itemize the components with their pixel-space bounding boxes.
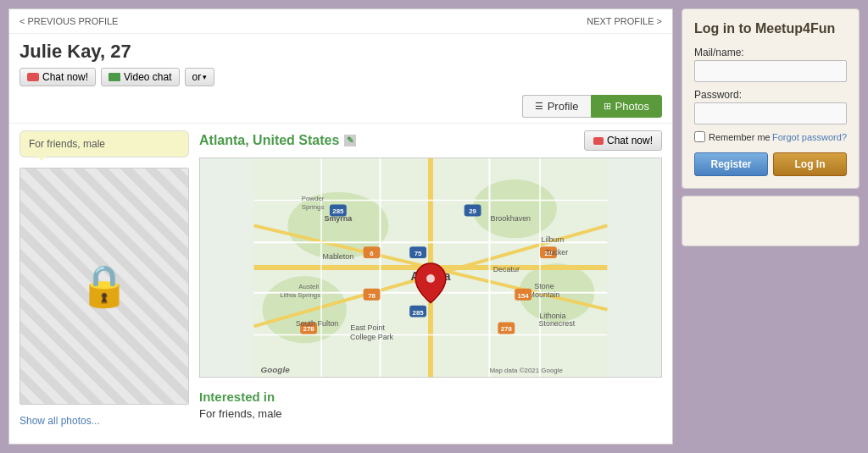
for-friends-text: For friends, male	[29, 138, 105, 150]
video-icon	[108, 73, 120, 81]
location-label: Atlanta, United States	[199, 133, 339, 148]
svg-text:29: 29	[469, 207, 476, 215]
svg-point-2	[473, 180, 557, 238]
password-label: Password:	[694, 89, 847, 101]
svg-text:Mountain: Mountain	[529, 290, 560, 299]
tabs-row: ☰ Profile ⊞ Photos	[9, 90, 672, 124]
next-profile-link[interactable]: NEXT PROFILE >	[587, 16, 662, 26]
or-label: or	[192, 71, 202, 83]
prev-profile-link[interactable]: < PREVIOUS PROFILE	[19, 16, 118, 26]
chat-now-label: Chat now!	[42, 71, 88, 83]
svg-point-56	[426, 274, 435, 283]
svg-text:285: 285	[413, 309, 425, 317]
svg-text:Mableton: Mableton	[322, 252, 353, 261]
location-text: Atlanta, United States ✎	[199, 133, 356, 148]
tab-photos[interactable]: ⊞ Photos	[591, 95, 662, 118]
svg-text:Lithonia: Lithonia	[539, 312, 565, 320]
svg-text:154: 154	[518, 292, 530, 300]
svg-text:South Fulton: South Fulton	[296, 319, 339, 328]
mail-label: Mail/name:	[694, 47, 847, 58]
svg-text:Powder: Powder	[302, 195, 325, 202]
profile-name: Julie Kay, 27	[19, 41, 662, 63]
remember-me-label: Remember me	[694, 131, 771, 142]
or-dropdown-button[interactable]: or ▾	[185, 68, 215, 86]
sidebar-spacer	[682, 196, 860, 246]
right-column: Atlanta, United States ✎ Chat now!	[199, 130, 662, 437]
content-row: For friends, male 🔒 Show all photos... A…	[9, 124, 672, 444]
chat-now-button[interactable]: Chat now!	[19, 68, 96, 86]
svg-text:East Point: East Point	[350, 323, 385, 332]
profile-header: Julie Kay, 27 Chat now! Video chat or ▾	[9, 34, 672, 90]
svg-text:Lilburn: Lilburn	[541, 235, 564, 244]
svg-text:Smyrna: Smyrna	[324, 214, 353, 223]
interested-title: Interested in	[199, 389, 662, 404]
svg-text:Springs: Springs	[302, 203, 325, 211]
remember-row: Remember me Forgot password?	[694, 131, 847, 142]
password-input[interactable]	[694, 102, 847, 124]
svg-text:75: 75	[415, 250, 422, 257]
login-button[interactable]: Log In	[773, 152, 847, 176]
svg-text:Tucker: Tucker	[545, 248, 568, 257]
svg-text:Stonecrest: Stonecrest	[539, 319, 576, 328]
login-box: Log in to Meetup4Fun Mail/name: Password…	[682, 8, 860, 189]
svg-text:78: 78	[368, 292, 376, 300]
tab-profile[interactable]: ☰ Profile	[522, 95, 591, 118]
remember-me-checkbox[interactable]	[694, 131, 705, 142]
sidebar: Log in to Meetup4Fun Mail/name: Password…	[682, 8, 860, 445]
for-friends-bubble: For friends, male	[19, 130, 189, 157]
interested-value: For friends, male	[199, 407, 662, 420]
video-chat-button[interactable]: Video chat	[101, 68, 180, 86]
map-container: 285 285 29 278 278 78 23	[199, 157, 662, 378]
svg-text:Map data ©2021 Google: Map data ©2021 Google	[489, 367, 563, 374]
remember-me-text: Remember me	[709, 132, 771, 142]
svg-text:Brookhaven: Brookhaven	[490, 214, 531, 223]
svg-text:Austell: Austell	[298, 283, 319, 290]
interested-section: Interested in For friends, male	[199, 389, 662, 420]
svg-text:College Park: College Park	[350, 333, 394, 341]
photos-tab-icon: ⊞	[604, 101, 611, 112]
video-chat-label: Video chat	[124, 71, 172, 83]
svg-text:6: 6	[370, 250, 374, 257]
photo-box: 🔒	[19, 168, 189, 405]
edit-location-icon[interactable]: ✎	[344, 135, 356, 146]
forgot-password-link[interactable]: Forgot password?	[772, 132, 847, 142]
svg-text:278: 278	[501, 325, 513, 333]
svg-text:Decatur: Decatur	[493, 265, 520, 273]
mail-input[interactable]	[694, 60, 847, 82]
profile-tab-icon: ☰	[535, 101, 543, 112]
chat-now-map-label: Chat now!	[607, 135, 653, 146]
svg-text:Stone: Stone	[534, 282, 554, 290]
svg-text:Lithia Springs: Lithia Springs	[280, 291, 320, 299]
tab-photos-label: Photos	[615, 100, 649, 113]
login-buttons: Register Log In	[694, 152, 847, 176]
chevron-down-icon: ▾	[203, 73, 207, 81]
left-column: For friends, male 🔒 Show all photos...	[19, 130, 189, 437]
map-svg: 285 285 29 278 278 78 23	[200, 158, 661, 377]
register-button[interactable]: Register	[694, 152, 768, 176]
main-panel: < PREVIOUS PROFILE NEXT PROFILE > Julie …	[8, 8, 673, 445]
chat-icon	[27, 73, 39, 81]
login-title: Log in to Meetup4Fun	[694, 21, 847, 36]
chat-now-map-button[interactable]: Chat now!	[584, 130, 662, 151]
show-all-photos-link[interactable]: Show all photos...	[19, 415, 189, 427]
chat-icon-map	[593, 137, 604, 145]
nav-bar: < PREVIOUS PROFILE NEXT PROFILE >	[9, 9, 672, 34]
location-row: Atlanta, United States ✎ Chat now!	[199, 130, 662, 151]
lock-icon: 🔒	[79, 262, 130, 310]
tab-profile-label: Profile	[548, 100, 579, 113]
action-buttons: Chat now! Video chat or ▾	[19, 68, 662, 86]
svg-text:Google: Google	[261, 365, 291, 374]
